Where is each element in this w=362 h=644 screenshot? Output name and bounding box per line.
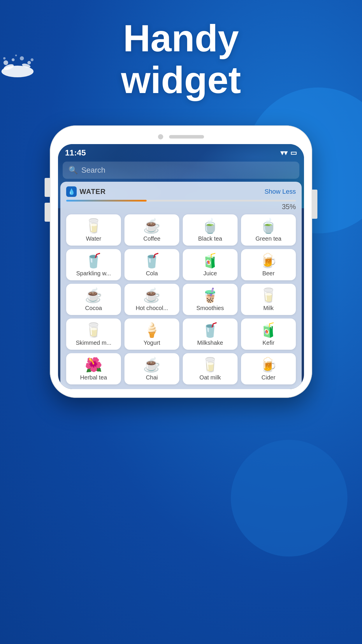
show-less-button[interactable]: Show Less	[264, 188, 296, 195]
drink-item-herbal-tea[interactable]: 🌺 Herbal tea	[66, 353, 121, 384]
hero-title: Handy widget	[0, 18, 362, 101]
drinks-grid: 🥛 Water ☕ Coffee 🍵 Black tea 🍵 Green tea	[66, 214, 296, 384]
chai-label: Chai	[146, 374, 158, 381]
smoothies-label: Smoothies	[196, 305, 224, 312]
status-time: 11:45	[65, 148, 86, 158]
phone-speaker	[169, 135, 204, 139]
widget-title-row: 💧 WATER	[66, 186, 106, 197]
herbal-tea-icon: 🌺	[85, 358, 102, 372]
phone-mockup: 11:45 ▾▾ ▭ 🔍 Search 💧 WATER Show Le	[50, 125, 312, 398]
water-icon: 🥛	[85, 219, 102, 233]
drink-item-cider[interactable]: 🍺 Cider	[241, 353, 296, 384]
phone-frame: 11:45 ▾▾ ▭ 🔍 Search 💧 WATER Show Le	[50, 125, 312, 398]
progress-bar-background	[66, 200, 296, 202]
hero-title-line2: widget	[0, 59, 362, 101]
phone-side-buttons-left	[45, 178, 50, 222]
coffee-label: Coffee	[143, 235, 161, 242]
drink-item-green-tea[interactable]: 🍵 Green tea	[241, 214, 296, 246]
juice-icon: 🧃	[201, 254, 219, 268]
juice-label: Juice	[203, 270, 217, 277]
milkshake-label: Milkshake	[197, 340, 223, 346]
status-bar: 11:45 ▾▾ ▭	[58, 144, 304, 160]
yogurt-label: Yogurt	[143, 340, 160, 346]
sparkling-icon: 🥤	[85, 254, 102, 268]
green-tea-icon: 🍵	[260, 219, 277, 233]
drink-item-hot-chocolate[interactable]: ☕ Hot chocol...	[124, 284, 179, 315]
yogurt-icon: 🍦	[143, 323, 161, 337]
black-tea-icon: 🍵	[201, 219, 219, 233]
cocoa-icon: ☕	[85, 288, 102, 302]
drink-item-water[interactable]: 🥛 Water	[66, 214, 121, 246]
skimmed-milk-icon: 🥛	[85, 323, 102, 337]
hot-choc-icon: ☕	[143, 288, 161, 302]
kefir-icon: 🧃	[260, 323, 277, 337]
search-icon: 🔍	[68, 166, 78, 175]
drink-item-oat-milk[interactable]: 🥛 Oat milk	[183, 353, 238, 384]
search-placeholder: Search	[81, 166, 105, 175]
beer-icon: 🍺	[260, 254, 277, 268]
wifi-icon: ▾▾	[280, 149, 287, 157]
skimmed-milk-label: Skimmed m...	[76, 340, 111, 346]
phone-side-buttons-right	[312, 190, 317, 219]
herbal-tea-label: Herbal tea	[80, 374, 107, 381]
widget-title: WATER	[80, 188, 106, 196]
cider-label: Cider	[261, 374, 275, 381]
widget-header: 💧 WATER Show Less	[66, 186, 296, 197]
cola-label: Cola	[146, 270, 158, 277]
status-bar-right: ▾▾ ▭	[280, 149, 297, 157]
milkshake-icon: 🥤	[201, 323, 219, 337]
phone-screen: 11:45 ▾▾ ▭ 🔍 Search 💧 WATER Show Le	[58, 144, 304, 389]
drink-item-sparkling[interactable]: 🥤 Sparkling w...	[66, 249, 121, 280]
smoothies-icon: 🧋	[201, 288, 219, 302]
drink-item-beer[interactable]: 🍺 Beer	[241, 249, 296, 280]
battery-icon: ▭	[290, 149, 297, 157]
kefir-label: Kefir	[262, 340, 274, 346]
beer-label: Beer	[262, 270, 275, 277]
progress-percent: 35%	[66, 203, 296, 211]
chai-icon: ☕	[143, 358, 161, 372]
oat-milk-label: Oat milk	[199, 374, 221, 381]
widget-water-icon: 💧	[66, 186, 77, 197]
black-tea-label: Black tea	[198, 235, 222, 242]
hot-choc-label: Hot chocol...	[136, 305, 168, 312]
water-widget-panel: 💧 WATER Show Less 35% 🥛 Water	[60, 182, 302, 389]
sparkling-label: Sparkling w...	[76, 270, 111, 277]
volume-up-button[interactable]	[45, 178, 50, 197]
drink-item-milkshake[interactable]: 🥤 Milkshake	[183, 318, 238, 350]
drink-item-kefir[interactable]: 🧃 Kefir	[241, 318, 296, 350]
drink-item-chai[interactable]: ☕ Chai	[124, 353, 179, 384]
green-tea-label: Green tea	[256, 235, 282, 242]
drink-item-milk[interactable]: 🥛 Milk	[241, 284, 296, 315]
drink-item-coffee[interactable]: ☕ Coffee	[124, 214, 179, 246]
phone-top-bar	[58, 134, 304, 139]
bg-blob-2	[231, 440, 347, 556]
drink-item-cocoa[interactable]: ☕ Cocoa	[66, 284, 121, 315]
milk-icon: 🥛	[260, 288, 277, 302]
drink-item-juice[interactable]: 🧃 Juice	[183, 249, 238, 280]
drink-item-smoothies[interactable]: 🧋 Smoothies	[183, 284, 238, 315]
drink-item-black-tea[interactable]: 🍵 Black tea	[183, 214, 238, 246]
drink-item-yogurt[interactable]: 🍦 Yogurt	[124, 318, 179, 350]
drink-item-cola[interactable]: 🥤 Cola	[124, 249, 179, 280]
milk-label: Milk	[263, 305, 274, 312]
progress-container: 35%	[66, 200, 296, 211]
water-label: Water	[86, 235, 101, 242]
cider-icon: 🍺	[260, 358, 277, 372]
hero-title-line1: Handy	[0, 18, 362, 59]
drink-item-skimmed-milk[interactable]: 🥛 Skimmed m...	[66, 318, 121, 350]
front-camera	[158, 134, 163, 139]
power-button[interactable]	[312, 190, 317, 219]
cocoa-label: Cocoa	[85, 305, 102, 312]
cola-icon: 🥤	[143, 254, 161, 268]
oat-milk-icon: 🥛	[201, 358, 219, 372]
progress-bar-fill	[66, 200, 147, 202]
volume-down-button[interactable]	[45, 203, 50, 222]
search-bar[interactable]: 🔍 Search	[63, 162, 299, 179]
coffee-icon: ☕	[143, 219, 161, 233]
